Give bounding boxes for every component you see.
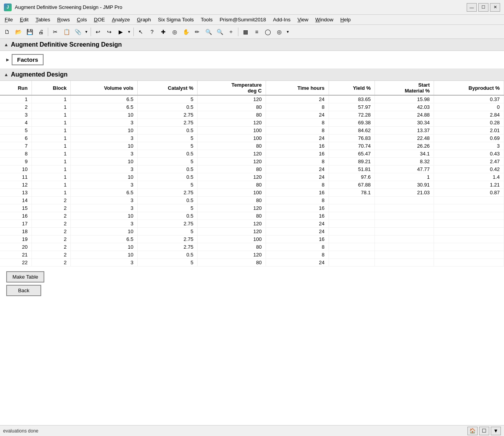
toolbar-print[interactable]: 🖨: [35, 27, 46, 37]
table-row: 91105120889.218.322.47: [0, 158, 504, 166]
table-cell: 0.5: [138, 103, 198, 111]
table-cell: 1.4: [434, 173, 504, 181]
toolbar-paste-dropdown[interactable]: ▼: [84, 27, 89, 37]
table-row: 216.50.580857.9742.030: [0, 103, 504, 111]
table-row: 116.551202483.6515.980.37: [0, 95, 504, 103]
menu-prism[interactable]: Prism@Summit2018: [217, 16, 269, 23]
toolbar-save[interactable]: 💾: [24, 27, 35, 37]
table-row: 14230.5808: [0, 197, 504, 204]
status-restore-icon[interactable]: ☐: [479, 427, 489, 435]
toolbar-copy[interactable]: 📋: [61, 27, 72, 37]
toolbar-redo[interactable]: ↪: [104, 27, 115, 37]
table-cell: [329, 259, 375, 267]
menu-tables[interactable]: Tables: [32, 16, 53, 23]
menu-addins[interactable]: Add-Ins: [270, 16, 294, 23]
menu-six-sigma[interactable]: Six Sigma Tools: [155, 16, 197, 23]
table-cell: 11: [0, 173, 32, 181]
menu-cols[interactable]: Cols: [74, 16, 90, 23]
toolbar-target[interactable]: ◎: [169, 27, 180, 37]
toolbar-help[interactable]: ?: [147, 27, 158, 37]
table-cell: 120: [198, 119, 266, 127]
toolbar-table[interactable]: ▦: [240, 27, 251, 37]
table-cell: [434, 220, 504, 228]
toolbar-zoom-in[interactable]: 🔍: [214, 27, 225, 37]
table-cell: 3: [71, 220, 138, 228]
table-cell: 24: [266, 134, 329, 142]
toolbar-shapes-dropdown[interactable]: ▼: [285, 27, 290, 37]
toolbar-run[interactable]: ▶: [115, 27, 126, 37]
table-cell: 16: [266, 204, 329, 212]
table-cell: 9: [0, 158, 32, 166]
augmented-collapse-arrow[interactable]: ▲: [4, 72, 9, 77]
close-button[interactable]: ✕: [490, 3, 500, 12]
buttons-row: Make Table Back: [0, 267, 504, 301]
toolbar-brush[interactable]: ✏: [192, 27, 203, 37]
table-cell: [434, 212, 504, 220]
table-cell: 5: [138, 142, 198, 150]
menu-file[interactable]: File: [2, 16, 16, 23]
minimize-button[interactable]: —: [467, 3, 477, 12]
table-cell: 10: [71, 111, 138, 119]
design-table: Run Block Volume vols Catalyst % Tempera…: [0, 81, 504, 267]
table-cell: 1: [32, 111, 70, 119]
factors-label[interactable]: Factors: [12, 54, 44, 65]
table-cell: 0.28: [434, 119, 504, 127]
table-cell: 5: [138, 228, 198, 235]
menu-tools[interactable]: Tools: [198, 16, 215, 23]
toolbar-hand[interactable]: ✋: [180, 27, 191, 37]
table-cell: 24: [266, 220, 329, 228]
menu-graph[interactable]: Graph: [134, 16, 154, 23]
table-cell: 2: [32, 259, 70, 267]
factors-expand-arrow[interactable]: ▶: [6, 58, 9, 62]
table-cell: [434, 243, 504, 251]
toolbar-new[interactable]: 🗋: [2, 27, 12, 37]
menu-view[interactable]: View: [294, 16, 312, 23]
col-header-catalyst: Catalyst %: [138, 81, 198, 95]
toolbar-plus[interactable]: ＋: [226, 27, 236, 37]
back-button[interactable]: Back: [6, 285, 41, 296]
toolbar-undo[interactable]: ↩: [93, 27, 103, 37]
table-cell: 2.75: [138, 235, 198, 243]
table-cell: 8: [266, 158, 329, 166]
toolbar-zoom-out[interactable]: 🔍: [203, 27, 214, 37]
panel-collapse-arrow[interactable]: ▲: [4, 42, 9, 47]
toolbar-crosshair[interactable]: ✚: [158, 27, 169, 37]
toolbar-open[interactable]: 📂: [13, 27, 24, 37]
table-cell: 8: [266, 243, 329, 251]
menu-help[interactable]: Help: [337, 16, 354, 23]
toolbar-select[interactable]: ↖: [135, 27, 146, 37]
menu-window[interactable]: Window: [312, 16, 336, 23]
table-cell: 65.47: [329, 150, 375, 158]
toolbar-lines[interactable]: ≡: [251, 27, 262, 37]
table-cell: 8: [266, 119, 329, 127]
table-cell: 0.87: [434, 189, 504, 197]
toolbar-shape1[interactable]: ◯: [262, 27, 273, 37]
toolbar-paste[interactable]: 📎: [72, 27, 83, 37]
table-cell: 5: [138, 158, 198, 166]
menu-edit[interactable]: Edit: [17, 16, 32, 23]
menu-doe[interactable]: DOE: [91, 16, 108, 23]
toolbar-shape2[interactable]: ◎: [274, 27, 285, 37]
toolbar-separator-1: [48, 28, 48, 36]
table-cell: 0.5: [138, 212, 198, 220]
table-cell: 2: [32, 220, 70, 228]
menu-rows[interactable]: Rows: [54, 16, 73, 23]
table-cell: 2.75: [138, 119, 198, 127]
status-home-icon[interactable]: 🏠: [467, 427, 478, 435]
table-cell: 6: [0, 134, 32, 142]
make-table-button[interactable]: Make Table: [6, 271, 44, 283]
toolbar-cut[interactable]: ✂: [50, 27, 61, 37]
table-cell: 3: [0, 111, 32, 119]
table-cell: 67.88: [329, 181, 375, 189]
table-row: 31102.75802472.2824.882.84: [0, 111, 504, 119]
table-cell: 120: [198, 251, 266, 259]
table-cell: 8: [266, 127, 329, 134]
status-dropdown-icon[interactable]: ▼: [491, 427, 501, 435]
col-header-byproduct: Byproduct %: [434, 81, 504, 95]
table-row: 71105801670.7426.263: [0, 142, 504, 150]
menu-analyze[interactable]: Analyze: [109, 16, 133, 23]
table-cell: 1: [32, 134, 70, 142]
table-row: 17232.7512024: [0, 220, 504, 228]
restore-button[interactable]: ☐: [478, 3, 488, 12]
toolbar-run-dropdown[interactable]: ▼: [126, 27, 132, 37]
